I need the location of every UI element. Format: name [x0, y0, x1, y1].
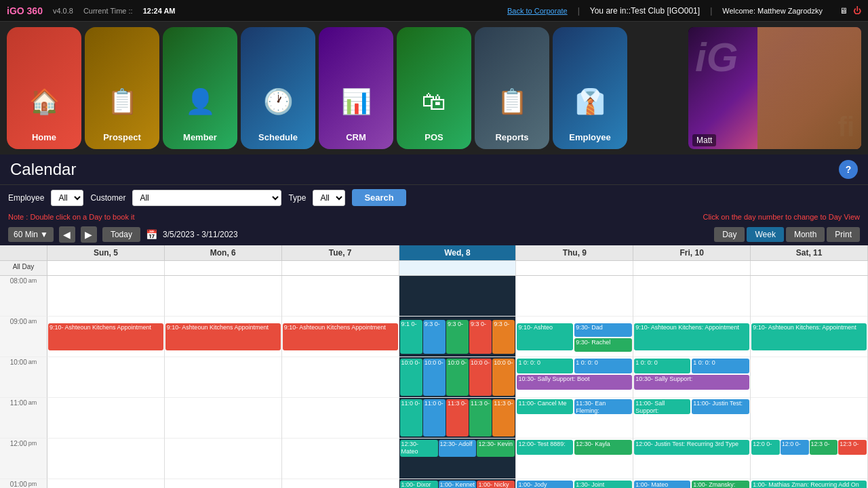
all-day-sun[interactable]	[47, 261, 165, 275]
day-header-sat[interactable]: Sat, 11	[751, 245, 868, 260]
sun-0900[interactable]: 9:10- Ashteoun Kitchens Appointment	[47, 317, 164, 357]
event-thu-910[interactable]: 9:10- Ashteo	[517, 323, 572, 350]
sat-0100[interactable]: 1:00- Mathias Zman: Recurring Add On	[751, 479, 867, 488]
all-day-tue[interactable]	[282, 261, 399, 275]
day-header-thu[interactable]: Thu, 9	[516, 245, 633, 260]
all-day-mon[interactable]	[165, 261, 282, 275]
event-thu-100[interactable]: 1:00- Jody	[517, 481, 572, 488]
prev-arrow[interactable]: ◀	[59, 226, 75, 243]
event-thu-1100[interactable]: 11:00- Cancel Me	[517, 399, 572, 414]
event-sat-1230b[interactable]: 12:3 0-	[838, 440, 867, 455]
event-wed-1130b[interactable]: 11:3 0-	[469, 399, 492, 436]
mon-1000[interactable]	[165, 357, 281, 398]
day-header-mon[interactable]: Mon, 6	[165, 245, 282, 260]
event-wed-1010b[interactable]: 10:0 0-	[423, 359, 446, 396]
event-thu-930[interactable]: 9:30- Dad	[574, 323, 632, 337]
nav-item-crm[interactable]: 📊CRM	[319, 27, 393, 149]
event-wed-100b[interactable]: 1:00- Kennet	[439, 481, 477, 488]
col-mon[interactable]: 9:10- Ashteoun Kitchens Appointment	[165, 276, 282, 488]
day-view-btn[interactable]: Day	[714, 227, 745, 242]
event-sat-910[interactable]: 9:10- Ashteoun Kitchens: Appointment	[751, 323, 867, 350]
event-thu-1010b[interactable]: 1 0: 0: 0	[574, 359, 632, 373]
sat-0900[interactable]: 9:10- Ashteoun Kitchens: Appointment	[751, 317, 867, 357]
event-fri-100b[interactable]: 1:00- Zmansky:	[692, 481, 749, 488]
event-wed-1010c[interactable]: 10:0 0-	[446, 359, 469, 396]
event-wed-930d[interactable]: 9:3 0-	[492, 320, 515, 354]
fri-1100[interactable]: 11:00- Sall Support: 11:00- Justin Test:	[633, 398, 750, 439]
thu-0900[interactable]: 9:10- Ashteo 9:30- Dad 9:30- Rachel	[516, 317, 633, 357]
back-to-corporate-link[interactable]: Back to Corporate	[507, 7, 568, 15]
tue-0100[interactable]	[282, 479, 399, 488]
wed-0800[interactable]	[399, 276, 516, 317]
day-header-fri[interactable]: Fri, 10	[633, 245, 751, 260]
mon-1200[interactable]	[165, 439, 281, 479]
event-wed-1010[interactable]: 10:0 0-	[400, 359, 422, 396]
event-wed-910a[interactable]: 9:1 0-	[400, 320, 422, 354]
power-icon[interactable]: ⏻	[853, 6, 861, 16]
sun-1200[interactable]	[47, 439, 164, 479]
mon-0100[interactable]	[165, 479, 281, 488]
thu-1200[interactable]: 12:00- Test 8889: 12:30- Kayla	[516, 439, 633, 479]
wed-0900[interactable]: 9:1 0- 9:3 0- 9:3 0- 9:3 0- 9:3 0-	[399, 317, 516, 357]
day-header-tue[interactable]: Tue, 7	[282, 245, 399, 260]
month-view-btn[interactable]: Month	[786, 227, 825, 242]
nav-item-employee[interactable]: 👔Employee	[553, 27, 627, 149]
event-wed-1130[interactable]: 11:3 0-	[446, 399, 469, 436]
tue-1000[interactable]	[282, 357, 399, 398]
sat-1100[interactable]	[751, 398, 867, 439]
nav-item-home[interactable]: 🏠Home	[7, 27, 81, 149]
col-sat[interactable]: 9:10- Ashteoun Kitchens: Appointment 12:…	[751, 276, 868, 488]
event-fri-1030[interactable]: 10:30- Sally Support:	[634, 375, 749, 390]
all-day-fri[interactable]	[633, 261, 751, 275]
fri-0900[interactable]: 9:10- Ashteoun Kitchens: Appointment	[633, 317, 750, 357]
tue-0800[interactable]	[282, 276, 399, 317]
sat-1000[interactable]	[751, 357, 867, 398]
event-wed-1010e[interactable]: 10:0 0-	[492, 359, 515, 396]
event-tue-ashteoun[interactable]: 9:10- Ashteoun Kitchens Appointment	[283, 323, 398, 350]
mon-1100[interactable]	[165, 398, 281, 439]
event-sat-100[interactable]: 1:00- Mathias Zman: Recurring Add On	[751, 481, 867, 488]
event-wed-930[interactable]: 9:3 0-	[423, 320, 446, 354]
event-fri-1200[interactable]: 12:00- Justin Test: Recurring 3rd Type	[634, 440, 749, 455]
wed-0100[interactable]: 1:00- Dixor 1:00- Kennet 1:00- Nicky	[399, 479, 516, 488]
event-wed-1100b[interactable]: 11:0 0-	[423, 399, 446, 436]
event-wed-1130c[interactable]: 11:3 0-	[492, 399, 515, 436]
event-fri-1100b[interactable]: 11:00- Justin Test:	[692, 399, 749, 414]
event-fri-1010b[interactable]: 1 0: 0: 0	[692, 359, 749, 373]
fri-0100[interactable]: 1:00- Mateo parker: 1:00- Zmansky:	[633, 479, 750, 488]
event-sat-1230a[interactable]: 12:3 0-	[810, 440, 838, 455]
fri-1000[interactable]: 1 0: 0: 0 1 0: 0: 0 10:30- Sally Support…	[633, 357, 750, 398]
sun-0800[interactable]	[47, 276, 164, 317]
nav-item-reports[interactable]: 📋Reports	[475, 27, 549, 149]
event-wed-100c[interactable]: 1:00- Nicky	[477, 481, 515, 488]
week-view-btn[interactable]: Week	[747, 227, 783, 242]
all-day-wed[interactable]	[399, 261, 517, 275]
nav-item-member[interactable]: 👤Member	[163, 27, 237, 149]
interval-button[interactable]: 60 Min ▼	[8, 227, 54, 242]
tue-0900[interactable]: 9:10- Ashteoun Kitchens Appointment	[282, 317, 399, 357]
wed-1100[interactable]: 11:0 0- 11:0 0- 11:3 0- 11:3 0- 11:3 0-	[399, 398, 516, 439]
event-thu-1130[interactable]: 11:30- Ean Fleming:	[574, 399, 632, 414]
thu-0800[interactable]	[516, 276, 633, 317]
event-wed-1230[interactable]: 12:30- Mateo	[400, 440, 438, 457]
event-wed-1010d[interactable]: 10:0 0-	[469, 359, 492, 396]
fri-0800[interactable]	[633, 276, 750, 317]
sun-1100[interactable]	[47, 398, 164, 439]
sun-1000[interactable]	[47, 357, 164, 398]
thu-1100[interactable]: 11:00- Cancel Me 11:30- Ean Fleming:	[516, 398, 633, 439]
nav-item-prospect[interactable]: 📋Prospect	[85, 27, 159, 149]
type-select[interactable]: All	[313, 190, 345, 206]
tue-1200[interactable]	[282, 439, 399, 479]
event-mon-ashteoun[interactable]: 9:10- Ashteoun Kitchens Appointment	[165, 323, 281, 350]
wed-1200[interactable]: 12:30- Mateo 12:30- Adolf 12:30- Kevin	[399, 439, 516, 479]
event-fri-910[interactable]: 9:10- Ashteoun Kitchens: Appointment	[634, 323, 749, 350]
monitor-icon[interactable]: 🖥	[840, 6, 848, 16]
event-wed-1230b[interactable]: 12:30- Adolf	[439, 440, 477, 457]
day-header-wed[interactable]: Wed, 8	[399, 245, 517, 260]
employee-select[interactable]: All	[51, 190, 83, 206]
event-sun-ashteoun[interactable]: 9:10- Ashteoun Kitchens Appointment	[48, 323, 163, 350]
fri-1200[interactable]: 12:00- Justin Test: Recurring 3rd Type	[633, 439, 750, 479]
sat-1200[interactable]: 12:0 0- 12:0 0- 12:3 0- 12:3 0-	[751, 439, 867, 479]
sat-0800[interactable]	[751, 276, 867, 317]
event-thu-1030[interactable]: 10:30- Sally Support: Boot	[517, 375, 632, 390]
